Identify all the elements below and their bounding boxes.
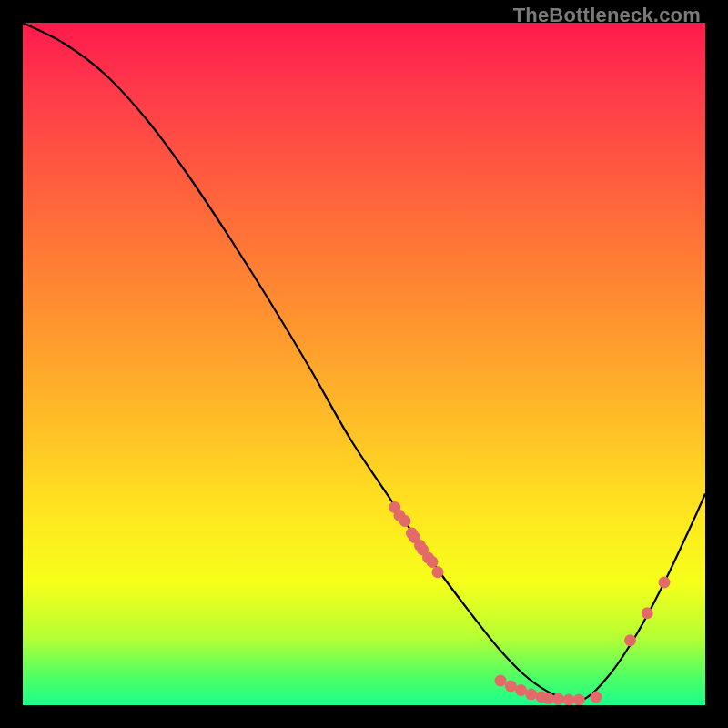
data-point	[505, 681, 517, 693]
chart-svg	[23, 23, 705, 705]
data-point	[659, 577, 671, 589]
data-point	[573, 694, 585, 706]
data-point	[495, 675, 507, 687]
data-point	[427, 556, 439, 568]
data-point	[591, 692, 602, 703]
data-point	[525, 689, 537, 701]
data-point	[552, 693, 564, 705]
data-point	[399, 515, 411, 527]
bottleneck-curve	[23, 23, 705, 701]
plot-area	[23, 23, 705, 705]
data-point	[542, 693, 554, 704]
watermark-text: TheBottleneck.com	[513, 4, 701, 27]
data-point	[432, 566, 444, 578]
data-point	[563, 694, 575, 706]
data-point	[624, 634, 636, 646]
data-point	[642, 607, 653, 619]
data-point	[515, 684, 527, 696]
data-points	[389, 501, 670, 705]
